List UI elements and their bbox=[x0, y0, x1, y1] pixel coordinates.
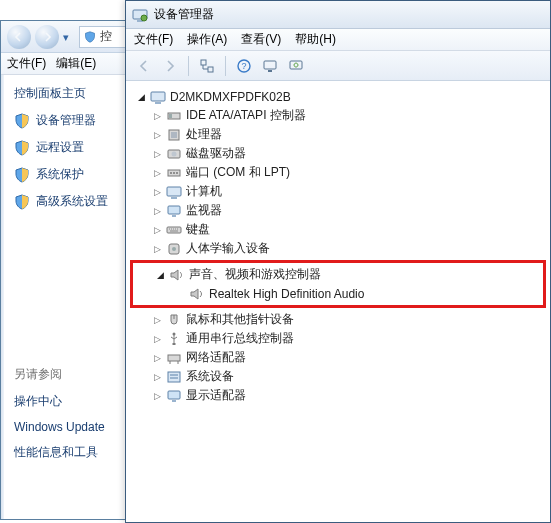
expander-icon[interactable]: ▷ bbox=[150, 332, 164, 346]
tree-category[interactable]: ▷鼠标和其他指针设备 bbox=[130, 310, 546, 329]
sidebar-link-device-manager[interactable]: 设备管理器 bbox=[14, 112, 134, 129]
expander-icon[interactable]: ▷ bbox=[150, 128, 164, 142]
expander-icon[interactable]: ▷ bbox=[150, 242, 164, 256]
expander-icon[interactable]: ▷ bbox=[150, 147, 164, 161]
expander-icon[interactable]: ▷ bbox=[150, 370, 164, 384]
see-also-action-center[interactable]: 操作中心 bbox=[14, 393, 134, 410]
nav-back-button[interactable] bbox=[7, 25, 31, 49]
sidebar-link-advanced[interactable]: 高级系统设置 bbox=[14, 193, 134, 210]
address-text: 控 bbox=[100, 28, 112, 45]
refresh-icon bbox=[289, 59, 303, 73]
toolbar-help-button[interactable]: ? bbox=[232, 54, 256, 78]
svg-point-19 bbox=[170, 172, 172, 174]
disk-icon bbox=[166, 146, 182, 162]
device-manager-icon bbox=[132, 7, 148, 23]
tree-root[interactable]: ◢ D2MKDMXFPDFK02B bbox=[130, 87, 546, 106]
arrow-right-icon bbox=[163, 59, 177, 73]
speaker-icon bbox=[169, 267, 185, 283]
toolbar-refresh-button[interactable] bbox=[284, 54, 308, 78]
help-icon: ? bbox=[237, 59, 251, 73]
computer-icon bbox=[150, 89, 166, 105]
svg-rect-11 bbox=[155, 102, 161, 104]
tree-category-label: 人体学输入设备 bbox=[186, 240, 270, 257]
expander-icon[interactable]: ◢ bbox=[153, 268, 167, 282]
mouse-icon bbox=[166, 312, 182, 328]
keyboard-icon bbox=[166, 222, 182, 238]
tree-category[interactable]: ▷监视器 bbox=[130, 201, 546, 220]
menu-help[interactable]: 帮助(H) bbox=[295, 31, 336, 48]
svg-point-21 bbox=[176, 172, 178, 174]
device-manager-window: 设备管理器 文件(F) 操作(A) 查看(V) 帮助(H) ? ◢ D2MKDM… bbox=[125, 0, 551, 523]
svg-rect-25 bbox=[172, 215, 176, 217]
toolbar-separator bbox=[188, 56, 189, 76]
tree-category-label: 系统设备 bbox=[186, 368, 234, 385]
tree-category[interactable]: ▷显示适配器 bbox=[130, 386, 546, 405]
see-also-performance[interactable]: 性能信息和工具 bbox=[14, 444, 134, 461]
sidebar-home-link[interactable]: 控制面板主页 bbox=[14, 85, 134, 102]
monitor-icon bbox=[166, 203, 182, 219]
expander-icon[interactable]: ▷ bbox=[150, 223, 164, 237]
cpu-icon bbox=[166, 127, 182, 143]
tree-category[interactable]: ▷键盘 bbox=[130, 220, 546, 239]
svg-rect-22 bbox=[167, 187, 181, 196]
tree-category[interactable]: ▷系统设备 bbox=[130, 367, 546, 386]
menu-view[interactable]: 查看(V) bbox=[241, 31, 281, 48]
svg-rect-34 bbox=[170, 377, 178, 379]
svg-point-17 bbox=[172, 151, 177, 156]
tree-category[interactable]: ▷网络适配器 bbox=[130, 348, 546, 367]
see-also-header: 另请参阅 bbox=[14, 366, 134, 383]
menu-action[interactable]: 操作(A) bbox=[187, 31, 227, 48]
svg-rect-35 bbox=[168, 391, 180, 399]
device-tree[interactable]: ◢ D2MKDMXFPDFK02B ▷IDE ATA/ATAPI 控制器▷处理器… bbox=[126, 81, 550, 522]
menu-file[interactable]: 文件(F) bbox=[7, 55, 46, 72]
system-icon bbox=[166, 369, 182, 385]
expander-icon[interactable]: ▷ bbox=[150, 389, 164, 403]
expander-icon[interactable]: ◢ bbox=[134, 90, 148, 104]
see-also-windows-update[interactable]: Windows Update bbox=[14, 420, 134, 434]
svg-rect-23 bbox=[171, 197, 177, 199]
nav-forward-button[interactable] bbox=[35, 25, 59, 49]
menu-file[interactable]: 文件(F) bbox=[134, 31, 173, 48]
svg-rect-8 bbox=[268, 70, 272, 72]
back-titlebar: ▾ 控 bbox=[1, 21, 144, 53]
front-titlebar: 设备管理器 bbox=[126, 1, 550, 29]
tree-category-sound[interactable]: ◢ 声音、视频和游戏控制器 bbox=[133, 265, 543, 284]
tree-device-realtek[interactable]: Realtek High Definition Audio bbox=[133, 284, 543, 303]
shield-icon bbox=[14, 167, 30, 183]
expander-icon[interactable]: ▷ bbox=[150, 166, 164, 180]
expander-icon[interactable]: ▷ bbox=[150, 351, 164, 365]
tree-category[interactable]: ▷IDE ATA/ATAPI 控制器 bbox=[130, 106, 546, 125]
tree-device-label: Realtek High Definition Audio bbox=[209, 287, 364, 301]
toolbar-show-hidden-button[interactable] bbox=[195, 54, 219, 78]
svg-text:?: ? bbox=[241, 61, 246, 71]
sidebar-link-label: 设备管理器 bbox=[36, 112, 96, 129]
toolbar-scan-button[interactable] bbox=[258, 54, 282, 78]
expander-icon[interactable]: ▷ bbox=[150, 204, 164, 218]
tree-category[interactable]: ▷人体学输入设备 bbox=[130, 239, 546, 258]
arrow-left-icon bbox=[14, 32, 24, 42]
tree-category-label: 计算机 bbox=[186, 183, 222, 200]
svg-point-2 bbox=[141, 15, 147, 21]
expander-icon[interactable]: ▷ bbox=[150, 109, 164, 123]
control-panel-window: ▾ 控 文件(F) 编辑(E) 控制面板主页 设备管理器 远程设置 系统保护 bbox=[0, 20, 145, 520]
tree-category[interactable]: ▷通用串行总线控制器 bbox=[130, 329, 546, 348]
expander-icon[interactable]: ▷ bbox=[150, 185, 164, 199]
toolbar-back-button bbox=[132, 54, 156, 78]
menu-edit[interactable]: 编辑(E) bbox=[56, 55, 96, 72]
tree-category[interactable]: ▷磁盘驱动器 bbox=[130, 144, 546, 163]
sidebar-link-remote[interactable]: 远程设置 bbox=[14, 139, 134, 156]
sidebar-link-protection[interactable]: 系统保护 bbox=[14, 166, 134, 183]
tree-category-label: 处理器 bbox=[186, 126, 222, 143]
monitor-icon bbox=[263, 59, 277, 73]
tree-category[interactable]: ▷端口 (COM 和 LPT) bbox=[130, 163, 546, 182]
sidebar-link-label: 系统保护 bbox=[36, 166, 84, 183]
usb-icon bbox=[166, 331, 182, 347]
tree-category[interactable]: ▷计算机 bbox=[130, 182, 546, 201]
recent-dropdown-icon[interactable]: ▾ bbox=[63, 31, 75, 43]
expander-icon[interactable]: ▷ bbox=[150, 313, 164, 327]
tree-category[interactable]: ▷处理器 bbox=[130, 125, 546, 144]
expander-spacer bbox=[173, 287, 187, 301]
toolbar-forward-button bbox=[158, 54, 182, 78]
sidebar-link-label: 远程设置 bbox=[36, 139, 84, 156]
sidebar-link-label: 高级系统设置 bbox=[36, 193, 108, 210]
